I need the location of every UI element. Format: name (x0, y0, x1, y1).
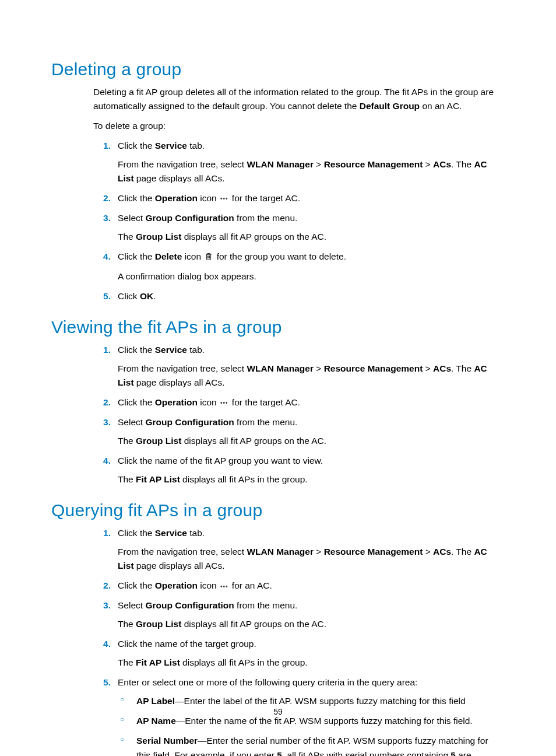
bold-text: 5 (451, 750, 456, 757)
bold-text: WLAN Manager (247, 547, 314, 556)
step-item: 3.Select Group Configuration from the me… (93, 211, 505, 244)
step-number: 1. (93, 343, 111, 357)
bold-text: ACs (433, 159, 451, 169)
bold-text: Group Configuration (145, 600, 234, 610)
bold-text: Default Group (360, 101, 420, 111)
sub-item: ○AP Label—Enter the label of the fit AP.… (118, 694, 505, 708)
bold-text: AP Name (136, 716, 176, 726)
step-number: 4. (93, 454, 111, 468)
bold-text: Service (155, 345, 187, 355)
page-number: 59 (0, 707, 556, 716)
document-page: Deleting a groupDeleting a fit AP group … (0, 0, 556, 756)
bold-text: Group List (136, 436, 181, 446)
step-text: Click the Service tab. (118, 141, 205, 150)
step-item: 1.Click the Service tab.From the navigat… (93, 139, 505, 186)
step-number: 2. (93, 191, 111, 205)
step-text: From the navigation tree, select WLAN Ma… (118, 362, 505, 390)
bold-text: Serial Number (136, 736, 198, 746)
bold-text: Fit AP List (136, 474, 180, 484)
step-text: Click the name of the fit AP group you w… (118, 456, 323, 466)
section-body: 1.Click the Service tab.From the navigat… (93, 343, 505, 487)
operation-icon: ••• (219, 583, 230, 590)
step-number: 5. (93, 676, 111, 690)
step-text: The Fit AP List displays all fit APs in … (118, 656, 505, 670)
step-number: 3. (93, 211, 111, 225)
step-number: 2. (93, 579, 111, 593)
step-item: 4.Click the Delete icon for the group yo… (93, 250, 505, 284)
sub-item: ○Serial Number—Enter the serial number o… (118, 734, 505, 756)
step-list: 1.Click the Service tab.From the navigat… (93, 139, 505, 303)
bold-text: Delete (155, 251, 182, 261)
step-item: 5.Click OK. (93, 289, 505, 303)
section-body: Deleting a fit AP group deletes all of t… (93, 85, 505, 303)
step-text: Select Group Configuration from the menu… (118, 213, 297, 223)
bold-text: Operation (155, 397, 198, 407)
step-number: 3. (93, 415, 111, 429)
step-number: 1. (93, 139, 111, 153)
sub-text: AP Name—Enter the name of the fit AP. WS… (136, 716, 473, 726)
bold-text: AP Label (136, 696, 175, 706)
sub-text: AP Label—Enter the label of the fit AP. … (136, 696, 466, 706)
bold-text: OK (140, 291, 153, 301)
sub-text: Serial Number—Enter the serial number of… (136, 736, 488, 756)
bold-text: WLAN Manager (247, 363, 314, 373)
operation-icon: ••• (219, 400, 230, 406)
step-list: 1.Click the Service tab.From the navigat… (93, 526, 505, 756)
step-number: 3. (93, 598, 111, 612)
delete-icon (205, 251, 213, 265)
step-number: 5. (93, 289, 111, 303)
bold-text: Fit AP List (136, 657, 180, 667)
step-text: Enter or select one or more of the follo… (118, 677, 417, 687)
step-number: 4. (93, 250, 111, 264)
step-text: Click the Operation icon ••• for the tar… (118, 397, 300, 407)
step-text: Click the Service tab. (118, 345, 205, 355)
operation-icon: ••• (219, 195, 230, 202)
step-list: 1.Click the Service tab.From the navigat… (93, 343, 505, 487)
bold-text: WLAN Manager (247, 159, 314, 169)
section-heading: Viewing the fit APs in a group (51, 317, 505, 337)
step-item: 4.Click the name of the fit AP group you… (93, 454, 505, 487)
bold-text: Service (155, 141, 187, 150)
bold-text: Service (155, 528, 187, 538)
step-text: The Group List displays all fit AP group… (118, 230, 505, 244)
step-text: Select Group Configuration from the menu… (118, 417, 297, 427)
step-number: 1. (93, 526, 111, 540)
section-heading: Querying fit APs in a group (51, 501, 505, 520)
bold-text: Resource Management (324, 159, 423, 169)
paragraph: To delete a group: (93, 119, 505, 133)
step-item: 1.Click the Service tab.From the navigat… (93, 526, 505, 573)
step-text: The Group List displays all fit AP group… (118, 617, 505, 631)
bold-text: Group Configuration (145, 417, 234, 427)
step-number: 2. (93, 396, 111, 410)
sub-list: ○AP Label—Enter the label of the fit AP.… (118, 694, 505, 756)
paragraph: Deleting a fit AP group deletes all of t… (93, 85, 505, 113)
step-text: The Group List displays all fit AP group… (118, 434, 505, 448)
step-item: 3.Select Group Configuration from the me… (93, 415, 505, 448)
bold-text: Resource Management (324, 363, 423, 373)
bold-text: Group List (136, 232, 181, 242)
step-text: A confirmation dialog box appears. (118, 270, 505, 284)
step-text: Click the Operation icon ••• for the tar… (118, 193, 300, 203)
bold-text: Group Configuration (145, 213, 234, 223)
step-text: Click the Service tab. (118, 528, 205, 538)
step-item: 2.Click the Operation icon ••• for the t… (93, 191, 505, 205)
step-text: From the navigation tree, select WLAN Ma… (118, 158, 505, 186)
step-text: The Fit AP List displays all fit APs in … (118, 473, 505, 487)
circle-bullet-icon: ○ (120, 694, 124, 705)
step-text: Click OK. (118, 291, 156, 301)
circle-bullet-icon: ○ (120, 734, 124, 745)
bold-text: Resource Management (324, 547, 423, 556)
section-body: 1.Click the Service tab.From the navigat… (93, 526, 505, 756)
step-text: Click the Operation icon ••• for an AC. (118, 580, 272, 590)
step-text: Click the Delete icon for the group you … (118, 251, 346, 261)
step-text: From the navigation tree, select WLAN Ma… (118, 545, 505, 573)
bold-text: Group List (136, 619, 181, 629)
sub-item: ○AP Name—Enter the name of the fit AP. W… (118, 714, 505, 728)
bold-text: ACs (433, 363, 451, 373)
step-text: Select Group Configuration from the menu… (118, 600, 297, 610)
step-item: 1.Click the Service tab.From the navigat… (93, 343, 505, 390)
bold-text: ACs (433, 547, 451, 556)
step-text: Click the name of the target group. (118, 639, 256, 649)
step-item: 3.Select Group Configuration from the me… (93, 598, 505, 631)
bold-text: Operation (155, 193, 198, 203)
